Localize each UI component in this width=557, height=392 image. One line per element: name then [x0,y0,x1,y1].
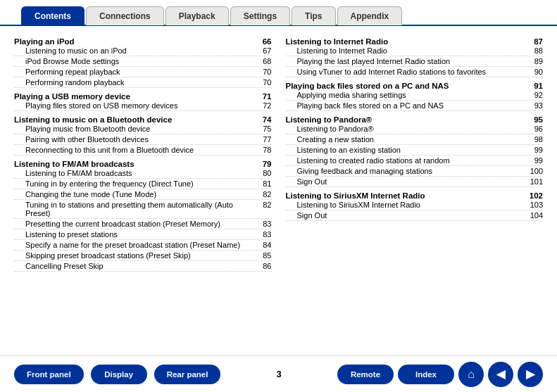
back-icon[interactable]: ◀ [488,362,513,387]
toc-entry: Playing files stored on USB memory devic… [14,101,272,111]
section-title-text: Playing back files stored on a PC and NA… [286,82,449,90]
entry-page-num: 70 [251,78,272,87]
toc-entry: Performing repeat playback70 [14,67,272,77]
entry-page-num: 96 [522,125,543,133]
toc-entry: Using vTuner to add Internet Radio stati… [286,67,544,77]
toc-entry: Cancelling Preset Skip86 [14,261,272,272]
entry-page-num: 86 [251,262,272,270]
toc-entry: Playing back files stored on a PC and NA… [286,101,544,111]
entry-page-num: 82 [251,201,272,209]
entry-page-num: 104 [522,211,543,220]
section-title-text: Playing a USB memory device [14,92,130,101]
tab-appendix[interactable]: Appendix [337,6,403,25]
section-title: Listening to Pandora®95 [286,115,544,124]
entry-text: Cancelling Preset Skip [25,262,251,270]
entry-page-num: 68 [251,57,272,65]
forward-icon[interactable]: ▶ [518,362,543,387]
entry-text: Pairing with other Bluetooth devices [25,135,251,144]
toc-entry: Sign Out101 [286,177,544,187]
toc-entry: Skipping preset broadcast stations (Pres… [14,251,272,261]
entry-text: Playing back files stored on a PC and NA… [297,101,522,110]
section-title: Listening to music on a Bluetooth device… [14,115,272,124]
toc-entry: Tuning in to stations and presetting the… [14,200,272,219]
footer-left: Front panelDisplayRear panel [14,365,220,384]
entry-page-num: 93 [522,101,543,110]
tab-contents[interactable]: Contents [21,6,85,25]
page-number: 3 [277,369,282,379]
footer-btn-index[interactable]: Index [398,365,454,384]
toc-entry: Pairing with other Bluetooth devices77 [14,134,272,145]
footer-btn-front-panel[interactable]: Front panel [14,365,84,384]
entry-text: Specify a name for the preset broadcast … [25,241,251,249]
entry-text: Listening to an existing station [297,146,522,154]
section-page-num: 102 [522,191,543,200]
entry-page-num: 83 [251,220,272,228]
toc-entry: Presetting the current broadcast station… [14,219,272,229]
toc-entry: iPod Browse Mode settings68 [14,56,272,67]
section-title: Listening to Internet Radio87 [286,37,544,46]
entry-page-num: 98 [522,135,543,144]
toc-entry: Sign Out104 [286,210,544,221]
entry-text: Performing repeat playback [25,68,251,76]
footer: Front panelDisplayRear panel 3 RemoteInd… [0,355,557,392]
entry-text: Presetting the current broadcast station… [25,220,251,228]
entry-text: Applying media sharing settings [297,91,522,99]
entry-page-num: 83 [251,230,272,239]
toc-entry: Applying media sharing settings92 [286,90,544,101]
entry-text: Skipping preset broadcast stations (Pres… [25,251,251,260]
entry-text: Listening to Pandora® [297,125,522,133]
entry-text: Changing the tune mode (Tune Mode) [25,190,251,198]
entry-text: Listening to music on an iPod [25,46,251,55]
entry-text: Tuning in by entering the frequency (Dir… [25,179,251,188]
entry-page-num: 100 [522,167,543,175]
entry-page-num: 70 [251,68,272,76]
toc-entry: Listening to music on an iPod67 [14,46,272,56]
section-title-text: Playing an iPod [14,37,75,46]
tab-playback[interactable]: Playback [165,6,229,25]
home-icon[interactable]: ⌂ [458,362,484,387]
entry-text: Listening to FM/AM broadcasts [25,169,251,177]
footer-btn-remote[interactable]: Remote [337,365,394,384]
entry-text: Using vTuner to add Internet Radio stati… [297,68,522,76]
section-title: Listening to FM/AM broadcasts79 [14,160,272,168]
entry-page-num: 89 [522,57,543,65]
tab-tips[interactable]: Tips [292,6,335,25]
entry-text: Listening to created radio stations at r… [297,156,522,165]
entry-text: Playing music from Bluetooth device [25,125,251,133]
footer-btn-rear-panel[interactable]: Rear panel [154,365,221,384]
toc-entry: Listening to Internet Radio88 [286,46,544,56]
entry-text: Giving feedback and managing stations [297,167,522,175]
entry-page-num: 77 [251,135,272,144]
entry-page-num: 67 [251,46,272,55]
toc-entry: Listening to created radio stations at r… [286,156,544,166]
entry-page-num: 82 [251,190,272,198]
entry-page-num: 72 [251,101,272,110]
entry-page-num: 85 [251,251,272,260]
entry-text: Sign Out [297,177,522,186]
tabs-bar: ContentsConnectionsPlaybackSettingsTipsA… [0,0,557,26]
entry-page-num: 92 [522,91,543,99]
toc-entry: Playing the last played Internet Radio s… [286,56,544,67]
entry-page-num: 99 [522,156,543,165]
entry-page-num: 81 [251,179,272,188]
entry-page-num: 103 [522,201,543,209]
tab-settings[interactable]: Settings [230,6,290,25]
entry-text: Performing random playback [25,78,251,87]
entry-page-num: 75 [251,125,272,133]
section-page-num: 87 [522,37,543,46]
entry-page-num: 78 [251,146,272,154]
toc-entry: Reconnecting to this unit from a Bluetoo… [14,145,272,156]
right-column: Listening to Internet Radio87Listening t… [286,33,544,343]
entry-page-num: 84 [251,241,272,249]
toc-entry: Performing random playback70 [14,77,272,88]
section-page-num: 91 [522,82,543,90]
content-area: Playing an iPod66Listening to music on a… [0,26,557,343]
toc-entry: Tuning in by entering the frequency (Dir… [14,179,272,189]
toc-entry: Listening to SiriusXM Internet Radio103 [286,200,544,210]
toc-entry: Listening to FM/AM broadcasts80 [14,168,272,179]
tab-connections[interactable]: Connections [86,6,164,25]
toc-entry: Listening to an existing station99 [286,145,544,156]
entry-text: Tuning in to stations and presetting the… [25,201,251,217]
toc-entry: Giving feedback and managing stations100 [286,166,544,177]
footer-btn-display[interactable]: Display [91,365,147,384]
